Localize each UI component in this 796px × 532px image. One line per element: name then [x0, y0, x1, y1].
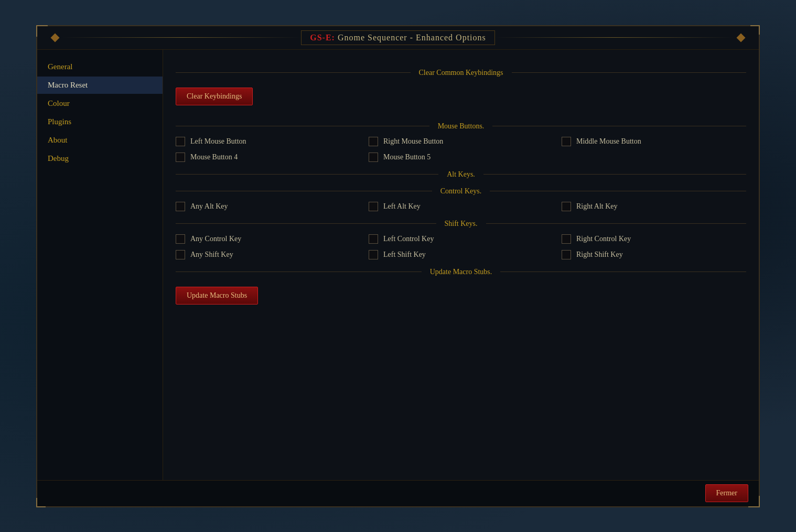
- corner-decoration-br: [750, 498, 760, 507]
- sidebar-item-general[interactable]: General: [37, 58, 163, 75]
- checkbox-any-shift-key[interactable]: Any Shift Key: [176, 250, 360, 259]
- checkbox-box[interactable]: [369, 234, 378, 244]
- title-rest: Gnome Sequencer - Enhanced Options: [338, 33, 486, 42]
- update-macro-stubs-divider: Update Macro Stubs.: [176, 268, 746, 276]
- checkbox-label: Left Control Key: [383, 235, 434, 243]
- checkbox-label: Middle Mouse Button: [576, 137, 641, 146]
- alt-keys-divider: Alt Keys.: [176, 170, 746, 179]
- shift-keys-divider: Shift Keys.: [176, 220, 746, 228]
- sidebar: General Macro Reset Colour Plugins About…: [37, 50, 163, 480]
- title-line-left: [62, 37, 301, 38]
- checkbox-label: Mouse Button 4: [190, 153, 238, 161]
- sidebar-item-colour[interactable]: Colour: [37, 95, 163, 112]
- checkbox-box[interactable]: [562, 202, 571, 211]
- checkbox-right-shift-key[interactable]: Right Shift Key: [562, 250, 746, 259]
- mouse-buttons-title: Mouse Buttons.: [436, 122, 487, 131]
- window-body: General Macro Reset Colour Plugins About…: [37, 49, 759, 480]
- sidebar-item-debug[interactable]: Debug: [37, 150, 163, 167]
- checkbox-left-alt-key[interactable]: Left Alt Key: [369, 202, 553, 211]
- checkbox-box[interactable]: [562, 234, 571, 244]
- checkbox-middle-mouse[interactable]: Middle Mouse Button: [562, 137, 746, 146]
- checkbox-label: Right Control Key: [576, 235, 631, 243]
- bottom-bar: Fermer: [37, 480, 759, 506]
- title-gem-right: [737, 33, 746, 42]
- checkbox-label: Left Mouse Button: [190, 137, 246, 146]
- close-button[interactable]: Fermer: [705, 484, 748, 502]
- checkbox-label: Any Shift Key: [190, 251, 233, 259]
- clear-keybindings-divider: Clear Common Keybindings: [176, 69, 746, 77]
- checkbox-any-alt-key[interactable]: Any Alt Key: [176, 202, 360, 211]
- divider-line-right: [483, 174, 746, 175]
- control-keys-divider: Control Keys.: [176, 187, 746, 196]
- checkbox-box[interactable]: [176, 202, 185, 211]
- checkbox-box[interactable]: [369, 153, 378, 162]
- checkbox-box[interactable]: [562, 137, 571, 146]
- checkbox-box[interactable]: [176, 250, 185, 259]
- divider-line-right: [486, 223, 747, 224]
- divider-line-left: [176, 272, 422, 272]
- update-macro-stubs-button[interactable]: Update Macro Stubs: [176, 287, 258, 305]
- checkbox-mouse-button-4[interactable]: Mouse Button 4: [176, 153, 360, 162]
- checkbox-label: Any Alt Key: [190, 202, 228, 211]
- divider-line-left: [176, 191, 432, 191]
- corner-decoration-tl: [36, 25, 46, 35]
- mouse-buttons-divider: Mouse Buttons.: [176, 122, 746, 131]
- checkbox-left-mouse[interactable]: Left Mouse Button: [176, 137, 360, 146]
- divider-line-right: [492, 126, 746, 126]
- checkbox-any-control-key[interactable]: Any Control Key: [176, 234, 360, 244]
- checkbox-left-control-key[interactable]: Left Control Key: [369, 234, 553, 244]
- checkbox-right-alt-key[interactable]: Right Alt Key: [562, 202, 746, 211]
- window-title: GS-E: Gnome Sequencer - Enhanced Options: [301, 30, 494, 45]
- divider-line-left: [176, 174, 438, 175]
- clear-keybindings-button[interactable]: Clear Keybindings: [176, 88, 253, 105]
- title-prefix: GS-E:: [310, 33, 335, 42]
- divider-line-right: [500, 272, 746, 272]
- checkbox-label: Left Shift Key: [383, 251, 426, 259]
- checkbox-label: Right Mouse Button: [383, 137, 443, 146]
- alt-keys-grid: Any Alt Key Left Alt Key Right Alt Key: [176, 202, 746, 211]
- checkbox-left-shift-key[interactable]: Left Shift Key: [369, 250, 553, 259]
- checkbox-box[interactable]: [369, 202, 378, 211]
- checkbox-box[interactable]: [176, 234, 185, 244]
- divider-line-left: [176, 126, 429, 126]
- checkbox-label: Left Alt Key: [383, 202, 421, 211]
- control-shift-keys-grid: Any Control Key Left Control Key Right C…: [176, 234, 746, 259]
- alt-keys-title: Alt Keys.: [445, 170, 477, 179]
- sidebar-item-about[interactable]: About: [37, 132, 163, 149]
- sidebar-item-plugins[interactable]: Plugins: [37, 113, 163, 131]
- shift-keys-title: Shift Keys.: [443, 220, 480, 228]
- corner-decoration-tr: [750, 25, 760, 35]
- title-gem-left: [51, 33, 60, 42]
- control-keys-title: Control Keys.: [438, 187, 484, 196]
- checkbox-label: Any Control Key: [190, 235, 241, 243]
- checkbox-box[interactable]: [369, 250, 378, 259]
- title-line-right: [495, 37, 734, 38]
- checkbox-mouse-button-5[interactable]: Mouse Button 5: [369, 153, 553, 162]
- checkbox-box[interactable]: [176, 153, 185, 162]
- corner-decoration-bl: [36, 498, 46, 507]
- divider-line-right: [490, 191, 746, 191]
- clear-keybindings-title: Clear Common Keybindings: [417, 69, 505, 77]
- checkbox-label: Right Shift Key: [576, 251, 623, 259]
- checkbox-box[interactable]: [176, 137, 185, 146]
- mouse-buttons-grid: Left Mouse Button Right Mouse Button Mid…: [176, 137, 746, 162]
- checkbox-right-mouse[interactable]: Right Mouse Button: [369, 137, 553, 146]
- main-content-area: Clear Common Keybindings Clear Keybindin…: [163, 50, 759, 480]
- divider-line-left: [176, 72, 411, 73]
- checkbox-right-control-key[interactable]: Right Control Key: [562, 234, 746, 244]
- checkbox-label: Right Alt Key: [576, 202, 618, 211]
- divider-line-left: [176, 223, 436, 224]
- update-macro-stubs-title: Update Macro Stubs.: [428, 268, 494, 276]
- title-bar: GS-E: Gnome Sequencer - Enhanced Options: [37, 26, 759, 49]
- divider-line-right: [512, 72, 747, 73]
- checkbox-box[interactable]: [562, 250, 571, 259]
- main-window: GS-E: Gnome Sequencer - Enhanced Options…: [36, 25, 760, 507]
- sidebar-item-macro-reset[interactable]: Macro Reset: [37, 77, 163, 94]
- checkbox-label: Mouse Button 5: [383, 153, 431, 161]
- checkbox-box[interactable]: [369, 137, 378, 146]
